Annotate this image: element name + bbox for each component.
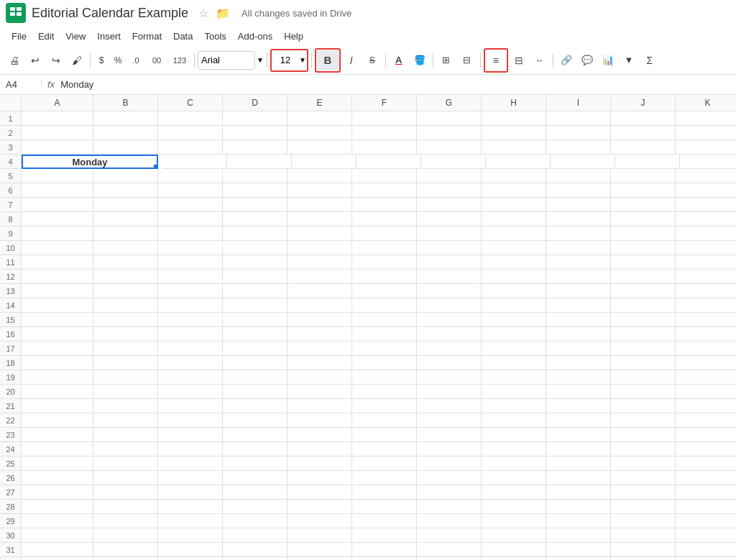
cell[interactable] bbox=[22, 270, 93, 284]
cell[interactable] bbox=[676, 514, 736, 528]
cell[interactable] bbox=[611, 341, 676, 356]
cell[interactable] bbox=[417, 356, 482, 370]
cell[interactable] bbox=[676, 385, 736, 399]
font-name-dropdown-icon[interactable]: ▼ bbox=[257, 56, 264, 64]
cell[interactable] bbox=[676, 428, 736, 442]
cell[interactable] bbox=[611, 471, 676, 485]
cell[interactable] bbox=[158, 284, 223, 298]
cell[interactable] bbox=[22, 284, 93, 298]
cell[interactable] bbox=[93, 226, 158, 241]
cell[interactable] bbox=[546, 169, 611, 183]
cell[interactable] bbox=[93, 183, 158, 198]
percent-button[interactable]: % bbox=[110, 50, 126, 70]
cell[interactable] bbox=[482, 399, 546, 413]
cell[interactable] bbox=[611, 399, 676, 413]
cell[interactable] bbox=[611, 126, 676, 140]
currency-button[interactable]: $ bbox=[93, 50, 109, 70]
cell[interactable] bbox=[546, 500, 611, 514]
cell[interactable] bbox=[676, 255, 736, 270]
cell[interactable] bbox=[482, 270, 546, 284]
cell[interactable] bbox=[288, 212, 352, 226]
cell[interactable] bbox=[676, 126, 736, 140]
cell[interactable] bbox=[676, 313, 736, 327]
cell[interactable] bbox=[676, 140, 736, 155]
cell[interactable] bbox=[352, 111, 417, 126]
cell[interactable] bbox=[546, 514, 611, 528]
cell[interactable] bbox=[22, 226, 93, 241]
cell[interactable] bbox=[158, 241, 223, 255]
cell[interactable] bbox=[93, 413, 158, 428]
functions-button[interactable]: Σ bbox=[640, 50, 660, 70]
cell[interactable] bbox=[611, 140, 676, 155]
decimal-increase-button[interactable]: 00 bbox=[146, 50, 167, 70]
cell[interactable] bbox=[482, 327, 546, 341]
cell[interactable] bbox=[288, 500, 352, 514]
cell[interactable] bbox=[93, 370, 158, 385]
cell[interactable] bbox=[417, 528, 482, 543]
cell[interactable] bbox=[676, 241, 736, 255]
cell[interactable] bbox=[482, 485, 546, 500]
cell[interactable] bbox=[676, 327, 736, 341]
cell[interactable] bbox=[93, 428, 158, 442]
cell[interactable] bbox=[223, 413, 288, 428]
cell[interactable] bbox=[93, 298, 158, 313]
cell[interactable] bbox=[676, 169, 736, 183]
cell[interactable] bbox=[546, 471, 611, 485]
cell[interactable] bbox=[352, 528, 417, 543]
cell[interactable] bbox=[676, 356, 736, 370]
cell[interactable] bbox=[93, 270, 158, 284]
menu-help[interactable]: Help bbox=[278, 28, 309, 45]
cell[interactable] bbox=[223, 140, 288, 155]
menu-view[interactable]: View bbox=[60, 28, 91, 45]
cell[interactable] bbox=[482, 385, 546, 399]
cell[interactable] bbox=[352, 126, 417, 140]
format-number-button[interactable]: 123 bbox=[168, 50, 191, 70]
cell[interactable] bbox=[482, 442, 546, 456]
cell[interactable] bbox=[223, 111, 288, 126]
cell[interactable] bbox=[288, 198, 352, 212]
cell[interactable] bbox=[546, 428, 611, 442]
cell[interactable] bbox=[288, 313, 352, 327]
cell[interactable] bbox=[546, 456, 611, 471]
cell[interactable] bbox=[421, 155, 486, 169]
cell[interactable] bbox=[93, 485, 158, 500]
cell[interactable] bbox=[482, 284, 546, 298]
cell[interactable] bbox=[288, 255, 352, 270]
chart-button[interactable]: 📊 bbox=[598, 50, 618, 70]
fill-color-button[interactable]: 🪣 bbox=[410, 50, 430, 70]
cell[interactable] bbox=[546, 528, 611, 543]
redo-button[interactable]: ↪ bbox=[46, 50, 66, 70]
cell[interactable] bbox=[611, 111, 676, 126]
cell[interactable] bbox=[93, 514, 158, 528]
cell[interactable] bbox=[352, 255, 417, 270]
menu-format[interactable]: Format bbox=[126, 28, 167, 45]
cell[interactable] bbox=[158, 413, 223, 428]
cell[interactable] bbox=[158, 471, 223, 485]
cell[interactable] bbox=[22, 385, 93, 399]
col-header-g[interactable]: G bbox=[417, 95, 482, 111]
cell[interactable] bbox=[288, 485, 352, 500]
decimal-decrease-button[interactable]: .0 bbox=[126, 50, 145, 70]
cell[interactable] bbox=[352, 543, 417, 557]
cell[interactable] bbox=[417, 543, 482, 557]
cell[interactable] bbox=[482, 183, 546, 198]
cell[interactable] bbox=[352, 500, 417, 514]
cell[interactable] bbox=[546, 370, 611, 385]
cell[interactable] bbox=[417, 298, 482, 313]
cell[interactable] bbox=[551, 155, 615, 169]
cell[interactable] bbox=[611, 456, 676, 471]
cell[interactable] bbox=[22, 500, 93, 514]
cell[interactable] bbox=[158, 126, 223, 140]
cell[interactable] bbox=[611, 557, 676, 560]
cell[interactable] bbox=[352, 385, 417, 399]
cell[interactable] bbox=[158, 341, 223, 356]
cell[interactable] bbox=[22, 241, 93, 255]
cell[interactable] bbox=[676, 270, 736, 284]
cell[interactable] bbox=[546, 442, 611, 456]
cell[interactable] bbox=[352, 169, 417, 183]
cell[interactable] bbox=[417, 140, 482, 155]
cell[interactable] bbox=[288, 169, 352, 183]
cell[interactable] bbox=[676, 442, 736, 456]
cell[interactable] bbox=[611, 212, 676, 226]
cell[interactable] bbox=[417, 514, 482, 528]
